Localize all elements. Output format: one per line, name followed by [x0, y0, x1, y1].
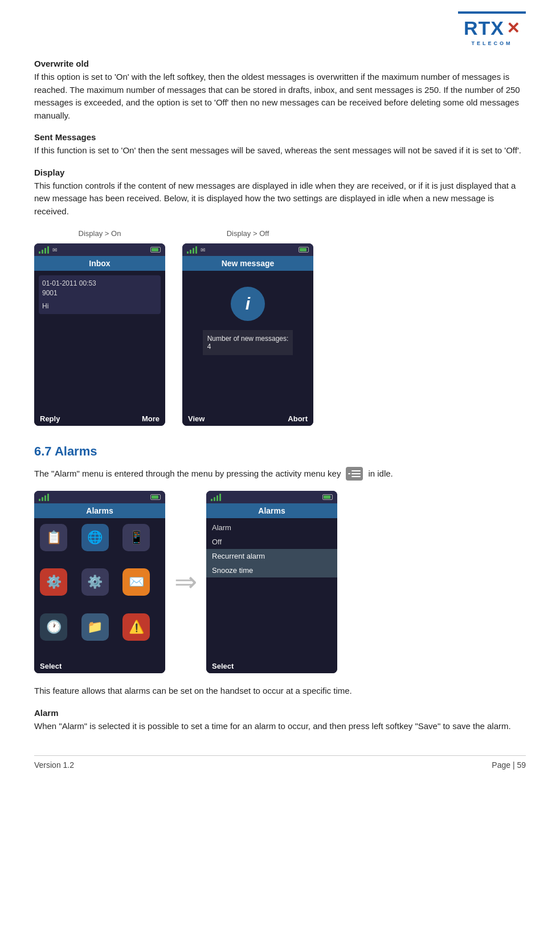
new-msg-footer: View Abort — [182, 412, 313, 426]
inbox-more-btn[interactable]: More — [142, 414, 160, 423]
alarm-phone1-screen: Alarms 📋 🌐 📱 ⚙️ ⚙️ ✉️ 🕐 📁 ⚠️ Select — [34, 491, 165, 673]
new-msg-header: New message — [182, 256, 313, 271]
overwrite-old-body: If this option is set to 'On' with the l… — [34, 71, 526, 122]
globe-icon: 🌐 — [81, 524, 109, 551]
alarm-menu-item-alarm[interactable]: Alarm — [206, 520, 337, 535]
new-message-phone-block: Display > Off ✉ New message i — [182, 229, 313, 426]
overwrite-old-heading: Overwrite old — [34, 59, 526, 68]
alarm1-status-bar — [34, 491, 165, 503]
phone-icon: 📱 — [122, 524, 150, 551]
inbox-footer: Reply More — [34, 412, 165, 426]
feature-text: This feature allows that alarms can be s… — [34, 685, 526, 698]
inbox-message: Hi — [42, 302, 157, 311]
signal-bars-2 — [187, 246, 197, 254]
battery-fill — [152, 248, 158, 251]
inbox-date: 01-01-2011 00:53 — [42, 279, 157, 288]
alarm2-footer: Select — [206, 659, 337, 673]
display-body: This function controls if the content of… — [34, 180, 526, 218]
new-message-phone-screen: ✉ New message i Number of new messages:4… — [182, 243, 313, 426]
mail-icon: ✉️ — [122, 568, 150, 596]
b2 — [214, 497, 215, 501]
display-heading: Display — [34, 168, 526, 177]
alarm-subheading: Alarm — [34, 708, 526, 718]
inbox-number: 9001 — [42, 288, 157, 298]
arrow-container: ⇒ — [174, 568, 197, 596]
bar3 — [193, 248, 194, 254]
warning-icon: ⚠️ — [122, 613, 150, 641]
b3 — [44, 495, 46, 501]
alarm-phone2-screen: Alarms Alarm Off Recurrent alarm Snooze … — [206, 491, 337, 673]
version-label: Version 1.2 — [34, 760, 74, 770]
new-message-phone-label: Display > Off — [227, 229, 269, 238]
gear-icon: ⚙️ — [81, 568, 109, 596]
abort-btn[interactable]: Abort — [288, 414, 308, 423]
signal-bars — [39, 246, 49, 254]
inbox-item: 01-01-2011 00:53 9001 Hi — [39, 275, 161, 314]
b2 — [42, 497, 43, 501]
b1 — [211, 499, 212, 501]
alarms-intro-end: in idle. — [368, 467, 393, 481]
inbox-status-bar: ✉ — [34, 243, 165, 256]
alarm-menu-item-recurrent[interactable]: Recurrent alarm — [206, 549, 337, 563]
alarm-phone1-block: Alarms 📋 🌐 📱 ⚙️ ⚙️ ✉️ 🕐 📁 ⚠️ Select — [34, 491, 165, 673]
b3 — [216, 495, 218, 501]
brand-name: R T X ✕ — [464, 17, 520, 39]
sent-messages-body: If this function is set to 'On' then the… — [34, 144, 526, 157]
alarm2-select-btn[interactable]: Select — [212, 662, 234, 670]
battery-icon-2 — [299, 247, 309, 253]
inbox-content: 01-01-2011 00:53 9001 Hi — [34, 271, 165, 412]
battery-fill-4 — [324, 495, 330, 499]
battery-icon — [150, 247, 161, 253]
alarm2-header: Alarms — [206, 503, 337, 518]
settings-icon: ⚙️ — [40, 568, 67, 596]
info-icon: i — [231, 287, 265, 321]
envelope-icon: ✉ — [52, 247, 57, 253]
bar4 — [47, 246, 49, 254]
inbox-reply-btn[interactable]: Reply — [40, 414, 60, 423]
new-msg-status-bar: ✉ — [182, 243, 313, 256]
display-section: Display This function controls if the co… — [34, 168, 526, 218]
bar1 — [187, 251, 189, 254]
alarm-menu-item-snooze[interactable]: Snooze time — [206, 563, 337, 577]
folder-icon: 📁 — [81, 613, 109, 641]
alarm2-status-bar — [206, 491, 337, 503]
menu-line-a — [351, 470, 361, 471]
rtx-logo: R T X ✕ TELECOM — [458, 11, 526, 48]
bar2 — [190, 250, 191, 254]
alarm-screens-row: Alarms 📋 🌐 📱 ⚙️ ⚙️ ✉️ 🕐 📁 ⚠️ Select ⇒ — [34, 491, 526, 673]
new-msg-content: i Number of new messages:4 — [182, 271, 313, 412]
overwrite-old-section: Overwrite old If this option is set to '… — [34, 59, 526, 122]
battery-icon-3 — [150, 494, 161, 500]
alarm-menu-list: Alarm Off Recurrent alarm Snooze time — [206, 518, 337, 659]
battery-icon-4 — [322, 494, 333, 500]
alarm-icon-grid: 📋 🌐 📱 ⚙️ ⚙️ ✉️ 🕐 📁 ⚠️ — [34, 518, 165, 659]
bar2 — [42, 250, 43, 254]
alarm-body: When "Alarm" is selected it is possible … — [34, 720, 526, 733]
b1 — [39, 499, 40, 501]
envelope-icon-2: ✉ — [201, 247, 205, 253]
inbox-header: Inbox — [34, 256, 165, 271]
alarm-phone2-block: Alarms Alarm Off Recurrent alarm Snooze … — [206, 491, 337, 673]
page-footer: Version 1.2 Page | 59 — [34, 755, 526, 770]
signal-bars-3 — [39, 493, 49, 501]
alarm1-select-btn[interactable]: Select — [40, 662, 62, 670]
bar4 — [195, 246, 197, 254]
sent-messages-heading: Sent Messages — [34, 132, 526, 142]
phone-screens-row: Display > On ✉ Inbox 01-01-20 — [34, 229, 526, 426]
signal-bars-4 — [211, 493, 221, 501]
b4 — [219, 494, 221, 501]
page-number: Page | 59 — [492, 760, 526, 770]
alarm-subsection: Alarm When "Alarm" is selected it is pos… — [34, 708, 526, 733]
bar3 — [44, 248, 46, 254]
alarms-title: 6.7 Alarms — [34, 444, 526, 459]
inbox-phone-label: Display > On — [79, 229, 121, 238]
battery-fill-3 — [152, 495, 158, 499]
alarm-menu-item-off[interactable]: Off — [206, 535, 337, 549]
menu-line-b — [351, 473, 361, 474]
header-logo-container: R T X ✕ TELECOM — [34, 11, 526, 48]
alarms-intro-text: The "Alarm" menu is entered through the … — [34, 467, 341, 481]
menu-line-c — [351, 476, 361, 477]
battery-fill-2 — [300, 248, 306, 251]
view-btn[interactable]: View — [188, 414, 205, 423]
brand-sub: TELECOM — [464, 40, 520, 46]
